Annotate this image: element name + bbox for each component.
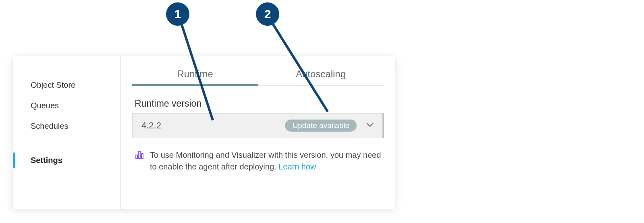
info-row: To use Monitoring and Visualizer with th… xyxy=(132,149,384,173)
callout-circle-1: 1 xyxy=(166,2,189,26)
runtime-version-select[interactable]: 4.2.2 Update available xyxy=(132,113,384,138)
main-content: Runtime Autoscaling Runtime version 4.2.… xyxy=(121,56,395,209)
version-select-right: Update available xyxy=(285,120,374,132)
settings-panel: Object Store Queues Schedules Settings R… xyxy=(13,56,395,209)
callout-number: 1 xyxy=(175,7,181,21)
svg-rect-1 xyxy=(139,151,140,159)
update-available-badge: Update available xyxy=(285,120,357,132)
tab-autoscaling[interactable]: Autoscaling xyxy=(258,61,384,85)
info-text-body: To use Monitoring and Visualizer with th… xyxy=(150,151,381,171)
callout-circle-2: 2 xyxy=(256,2,279,26)
tab-runtime[interactable]: Runtime xyxy=(132,61,258,85)
runtime-version-value: 4.2.2 xyxy=(141,120,161,131)
tab-label: Runtime xyxy=(177,68,213,79)
tabs: Runtime Autoscaling xyxy=(132,61,384,86)
sidebar-gap xyxy=(13,136,120,150)
sidebar-item-label: Queues xyxy=(31,101,59,110)
bar-chart-icon xyxy=(135,150,144,173)
sidebar-item-object-store[interactable]: Object Store xyxy=(13,75,120,95)
tab-label: Autoscaling xyxy=(296,68,346,79)
learn-how-link[interactable]: Learn how xyxy=(278,162,316,171)
svg-rect-2 xyxy=(141,153,143,159)
runtime-version-label: Runtime version xyxy=(135,98,384,109)
sidebar-item-queues[interactable]: Queues xyxy=(13,95,120,116)
sidebar-item-schedules[interactable]: Schedules xyxy=(13,116,120,136)
callout-number: 2 xyxy=(264,7,271,21)
sidebar: Object Store Queues Schedules Settings xyxy=(13,56,121,209)
sidebar-item-label: Schedules xyxy=(31,122,68,130)
sidebar-item-settings[interactable]: Settings xyxy=(13,150,120,171)
sidebar-item-label: Object Store xyxy=(31,81,75,89)
info-text: To use Monitoring and Visualizer with th… xyxy=(150,149,381,173)
chevron-down-icon xyxy=(366,122,374,129)
sidebar-item-label: Settings xyxy=(31,156,62,165)
svg-rect-0 xyxy=(136,155,137,159)
